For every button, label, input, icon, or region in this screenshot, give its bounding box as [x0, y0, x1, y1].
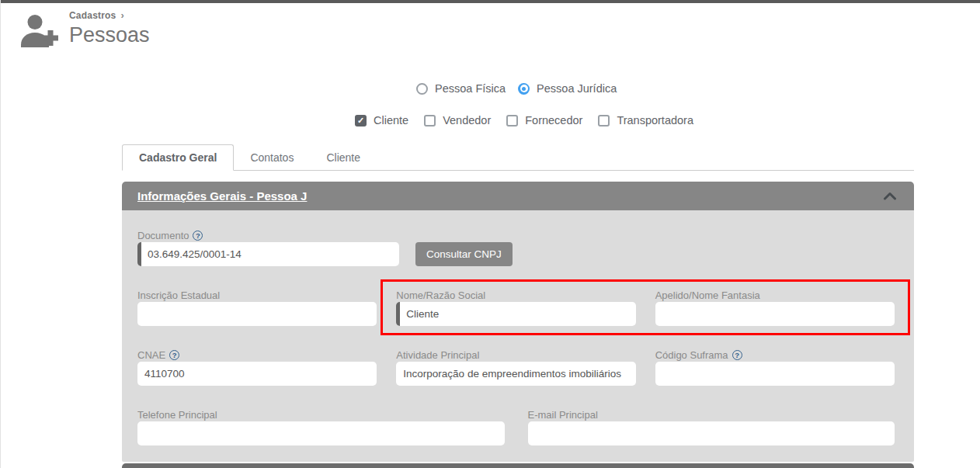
section-body: Documento ? Consultar CNPJ Inscrição Est…	[122, 210, 914, 462]
field-label-inscricao-estadual: Inscrição Estadual	[137, 288, 377, 302]
apelido-nome-fantasia-input[interactable]	[655, 302, 895, 326]
page-header: Cadastros › Pessoas	[19, 9, 150, 51]
field-label-telefone-principal: Telefone Principal	[137, 407, 505, 421]
next-section-header-partial[interactable]	[122, 463, 914, 468]
help-icon[interactable]: ?	[169, 350, 179, 360]
radio-label: Pessoa Física	[435, 82, 506, 95]
radio-on-icon[interactable]	[518, 83, 530, 95]
label-text: Atividade Principal	[396, 349, 479, 361]
person-add-icon	[19, 14, 60, 51]
field-label-atividade-principal: Atividade Principal	[396, 348, 635, 362]
tab-contatos[interactable]: Contatos	[234, 145, 310, 170]
checkbox-cliente[interactable]: ✓ Cliente	[355, 114, 408, 127]
field-label-cnae: CNAE ?	[137, 348, 377, 362]
label-text: Documento	[137, 230, 189, 241]
field-label-apelido-nome-fantasia: Apelido/Nome Fantasia	[655, 288, 895, 302]
field-label-nome-razao-social: Nome/Razão Social	[396, 288, 635, 302]
field-label-codigo-suframa: Código Suframa ?	[655, 348, 895, 362]
documento-input[interactable]	[137, 242, 399, 266]
field-label-documento: Documento ?	[137, 228, 895, 242]
breadcrumb-item[interactable]: Cadastros	[69, 10, 116, 21]
checkbox-label: Fornecedor	[525, 114, 582, 127]
page-title: Pessoas	[69, 23, 150, 47]
inscricao-estadual-input[interactable]	[137, 302, 377, 326]
radio-off-icon[interactable]	[416, 83, 428, 95]
checkbox-unchecked-icon[interactable]	[598, 115, 610, 127]
role-checkbox-group: ✓ Cliente Vendedor Fornecedor Transporta…	[355, 114, 693, 127]
checkbox-label: Vendedor	[443, 114, 491, 127]
section-informacoes-gerais: Informações Gerais - Pessoa J Documento …	[122, 182, 914, 462]
checkbox-unchecked-icon[interactable]	[424, 115, 436, 127]
label-text: Apelido/Nome Fantasia	[655, 289, 760, 301]
checkbox-label: Transportadora	[617, 114, 693, 127]
tab-cadastro-geral[interactable]: Cadastro Geral	[122, 144, 234, 171]
radio-pessoa-juridica[interactable]: Pessoa Jurídica	[518, 82, 617, 95]
label-text: Telefone Principal	[137, 409, 217, 421]
checkbox-label: Cliente	[374, 114, 408, 127]
consultar-cnpj-button[interactable]: Consultar CNPJ	[415, 242, 513, 266]
atividade-principal-input[interactable]	[396, 362, 635, 386]
tab-bar: Cadastro Geral Contatos Cliente	[122, 144, 914, 171]
checkbox-unchecked-icon[interactable]	[506, 115, 518, 127]
tab-cliente[interactable]: Cliente	[310, 145, 377, 170]
section-header[interactable]: Informações Gerais - Pessoa J	[122, 182, 914, 210]
help-icon[interactable]: ?	[193, 231, 203, 241]
label-text: E-mail Principal	[528, 409, 598, 421]
label-text: Inscrição Estadual	[137, 289, 220, 301]
nome-razao-social-input[interactable]	[396, 302, 635, 326]
radio-pessoa-fisica[interactable]: Pessoa Física	[416, 82, 506, 95]
cnae-input[interactable]	[137, 362, 377, 386]
telefone-principal-input[interactable]	[137, 421, 505, 445]
chevron-up-icon[interactable]	[883, 192, 897, 200]
breadcrumb[interactable]: Cadastros ›	[69, 9, 150, 21]
section-title[interactable]: Informações Gerais - Pessoa J	[137, 189, 307, 203]
help-icon[interactable]: ?	[732, 350, 742, 360]
email-principal-input[interactable]	[528, 421, 895, 445]
checkbox-fornecedor[interactable]: Fornecedor	[506, 114, 582, 127]
codigo-suframa-input[interactable]	[655, 362, 895, 386]
checkbox-transportadora[interactable]: Transportadora	[598, 114, 693, 127]
field-label-email-principal: E-mail Principal	[528, 407, 895, 421]
checkbox-vendedor[interactable]: Vendedor	[424, 114, 491, 127]
checkbox-checked-icon[interactable]: ✓	[355, 115, 367, 127]
window-top-accent-bar	[1, 0, 980, 3]
label-text: CNAE	[137, 349, 165, 361]
radio-label: Pessoa Jurídica	[537, 82, 617, 95]
breadcrumb-separator-icon: ›	[121, 9, 125, 21]
label-text: Código Suframa	[655, 349, 728, 361]
label-text: Nome/Razão Social	[396, 289, 485, 301]
person-type-radio-group: Pessoa Física Pessoa Jurídica	[416, 82, 617, 95]
